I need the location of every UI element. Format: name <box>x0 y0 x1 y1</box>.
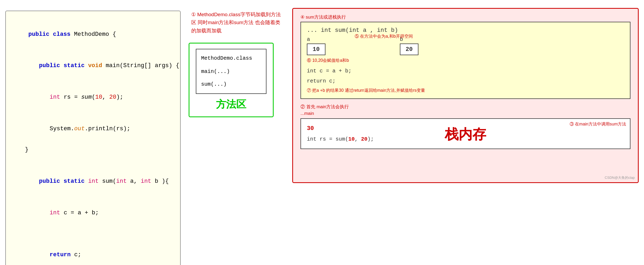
stack-title: 栈内存 <box>300 125 630 144</box>
code-line-1: public class MethodDemo { <box>14 19 172 50</box>
method-area-title: 方法区 <box>196 98 266 111</box>
param-a-label: a <box>307 36 310 42</box>
keyword-class: class <box>53 31 74 38</box>
annotation-2-header: ② 首先 main方法会执行 <box>300 104 630 110</box>
class-file-label: MethodDemo.class <box>201 53 261 64</box>
sum-code-line1: int c = a + b; <box>307 66 624 76</box>
class-name: MethodDemo { <box>74 31 116 38</box>
main-method-label: main(...) <box>201 66 261 77</box>
sum-code-line2: return c; <box>307 76 624 86</box>
param-b-value: 20 <box>400 44 418 55</box>
code-line-6: public static int sum(int a, int b ){ <box>14 166 172 197</box>
param-a-box: a 10 <box>307 36 325 55</box>
sum-params-line: ... int sum(int a , int b) <box>307 27 624 34</box>
watermark: CSDN@大鱼的clap <box>605 175 635 180</box>
code-line-blank2 <box>14 229 172 239</box>
annotation-6: ⑥ 10,20会赋值给a和b <box>307 58 624 63</box>
param-a-value: 10 <box>307 44 325 55</box>
method-area-inner: MethodDemo.class main(...) sum(...) <box>196 49 266 94</box>
annotation-2-sub: ...main <box>300 111 630 116</box>
annotation-4: ④ sum方法或进栈执行 <box>300 14 630 20</box>
code-line-4: System.out.println(rs); <box>14 113 172 145</box>
code-line-5: } <box>14 145 172 155</box>
code-line-2: public static void main(String[] args) { <box>14 50 172 82</box>
sum-method-label: sum(...) <box>201 79 261 90</box>
code-panel: public class MethodDemo { public static … <box>5 11 181 265</box>
code-line-7: int c = a + b; <box>14 197 172 229</box>
stack-content: ④ sum方法或进栈执行 ... int sum(int a , int b) … <box>300 14 630 149</box>
stack-panel: ④ sum方法或进栈执行 ... int sum(int a , int b) … <box>292 8 639 183</box>
annotation-5: ⑤ 在方法中会为a,和b开辟空间 <box>355 34 440 39</box>
code-line-blank1 <box>14 155 172 166</box>
method-area-box: MethodDemo.class main(...) sum(...) 方法区 <box>189 43 274 117</box>
code-line-3: int rs = sum(10, 20); <box>14 82 172 113</box>
sum-frame: ... int sum(int a , int b) a 10 ⑤ 在方法中会为… <box>300 22 630 99</box>
code-line-8: return c; <box>14 239 172 265</box>
keyword-public: public <box>28 31 53 38</box>
middle-panel: ① MethodDemo.class字节码加载到方法区 同时main方法和sum… <box>189 11 284 117</box>
annotation-7: ⑦ 把a +b 的结果30 通过return返回给main方法,并赋值给rs变量 <box>307 87 624 94</box>
annotation-1: ① MethodDemo.class字节码加载到方法区 同时main方法和sum… <box>191 11 284 35</box>
